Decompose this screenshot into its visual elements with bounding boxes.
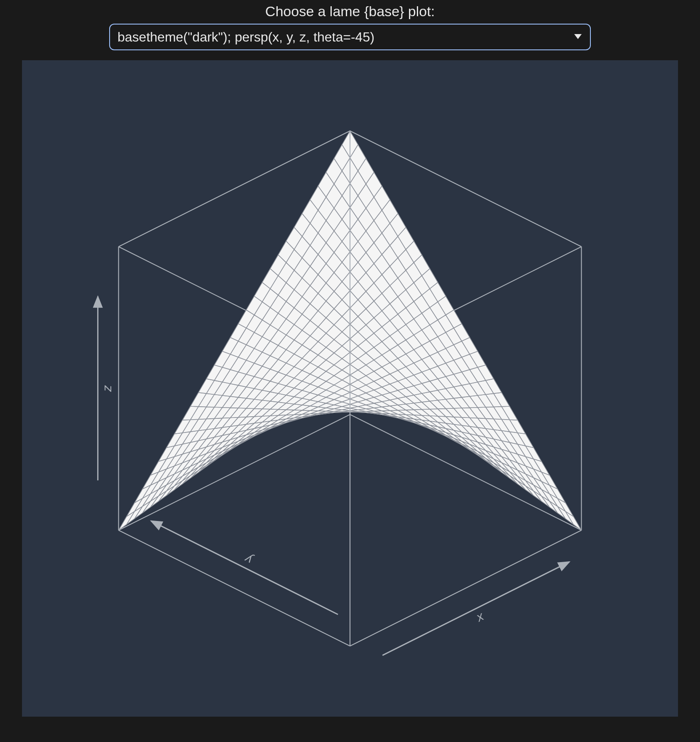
select-label: Choose a lame {base} plot: — [265, 3, 435, 20]
svg-line-3 — [119, 530, 350, 646]
plot-select-wrap[interactable]: basetheme("dark"); persp(x, y, z, theta=… — [109, 24, 591, 50]
svg-text:z: z — [100, 385, 114, 392]
persp-plot: xyz — [22, 60, 678, 717]
svg-line-855 — [382, 562, 569, 655]
plot-select-value: basetheme("dark"); persp(x, y, z, theta=… — [117, 29, 374, 45]
plot-select[interactable]: basetheme("dark"); persp(x, y, z, theta=… — [109, 24, 591, 50]
svg-text:x: x — [473, 609, 486, 625]
svg-line-857 — [151, 521, 338, 614]
svg-line-2 — [350, 530, 581, 646]
svg-text:y: y — [242, 552, 255, 568]
plot-panel: xyz — [22, 60, 678, 717]
